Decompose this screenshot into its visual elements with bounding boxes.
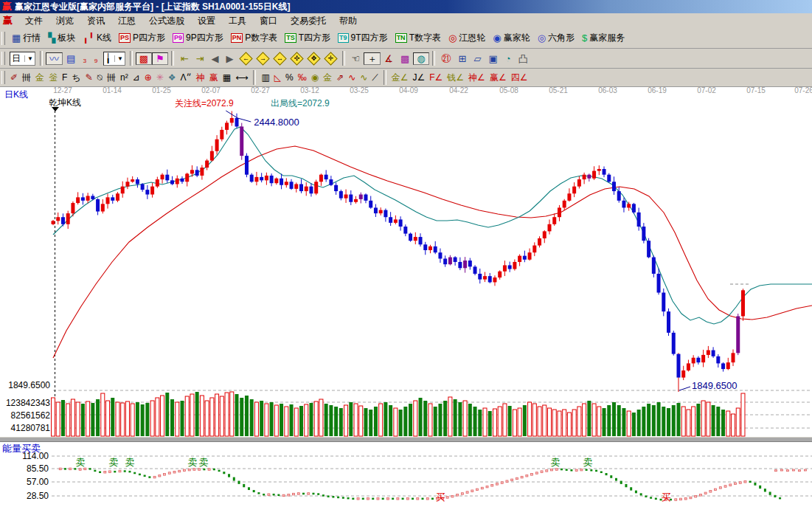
menu-item-4[interactable]: 江恩 bbox=[111, 14, 142, 27]
shen-angle-icon[interactable]: 神∠ bbox=[467, 72, 487, 83]
multi-window-button[interactable]: ▩ bbox=[136, 52, 152, 65]
candle-style-combo[interactable]: ╽▼ bbox=[103, 52, 125, 66]
menu-item-2[interactable]: 浏览 bbox=[49, 14, 80, 27]
angle-measure-button[interactable]: ∡ bbox=[381, 52, 397, 65]
square-of-nine-icon[interactable]: n² bbox=[119, 72, 130, 83]
last-page-button[interactable]: ⇥ bbox=[192, 52, 208, 65]
menu-item-1[interactable]: 文件 bbox=[18, 14, 49, 27]
width-measure-icon[interactable]: ⟷ bbox=[234, 72, 249, 83]
first-page-button[interactable]: ⇤ bbox=[177, 52, 192, 65]
gold-wave-icon[interactable]: ∿ bbox=[358, 72, 369, 83]
gold-grid-icon[interactable]: 金 bbox=[34, 72, 46, 83]
crosshair-button[interactable]: ＋ bbox=[364, 52, 381, 65]
gold-circle-icon[interactable]: ◉ bbox=[310, 72, 320, 83]
expand-horizontal-diamond[interactable]: ↔ bbox=[273, 52, 286, 65]
grid-numbers-icon[interactable]: ▦ bbox=[221, 72, 232, 83]
sectors-button[interactable]: ▚板块 bbox=[44, 30, 79, 46]
hexagon-button[interactable]: ◎六角形 bbox=[534, 30, 578, 46]
target-circle-icon[interactable]: ⊕ bbox=[143, 72, 153, 83]
fibonacci-grid-icon[interactable]: F bbox=[60, 72, 69, 83]
flag-volume-button[interactable]: ⚑ bbox=[152, 52, 168, 65]
title-bar[interactable]: 赢 赢家江恩专业版[赢家内部服务平台] - [上证指数 SH1A0001-155… bbox=[0, 0, 812, 13]
prev-bar-button[interactable]: ◀ bbox=[208, 52, 223, 65]
f10-info-button[interactable]: ▤ bbox=[63, 52, 79, 65]
toolbar-grip[interactable] bbox=[1, 52, 5, 65]
calendar-button[interactable]: ㉑ bbox=[438, 52, 455, 65]
compress-all-diamond[interactable]: ✣ bbox=[290, 52, 303, 65]
menu-item-3[interactable]: 资讯 bbox=[80, 14, 111, 27]
gold-grid2-icon[interactable]: 釡 bbox=[47, 72, 59, 83]
ying-angle-icon[interactable]: 赢∠ bbox=[488, 72, 508, 83]
draw-pen2-icon[interactable]: ✎ bbox=[84, 72, 94, 83]
shen-grid-icon[interactable]: 神 bbox=[195, 72, 207, 83]
gann-clock-icon[interactable]: ⍉ bbox=[96, 72, 104, 83]
menu-item-6[interactable]: 设置 bbox=[191, 14, 222, 27]
calculator-button[interactable]: ⊞ bbox=[455, 52, 471, 65]
menu-item-9[interactable]: 交易委托 bbox=[284, 14, 333, 27]
trend-chart-button[interactable]: 〰 bbox=[46, 52, 63, 65]
world-time-button[interactable]: ◔ bbox=[502, 52, 515, 65]
toolbar-grip[interactable] bbox=[1, 71, 5, 84]
spiral-icon[interactable]: ち bbox=[70, 72, 82, 83]
main-toolbar: ▦行情▚板块╻╹K线PSP四方形P99P四方形PNP数字表TST四方形T99T四… bbox=[0, 28, 812, 49]
gann-wheel-icon: ◎ bbox=[448, 33, 457, 43]
p-number-button[interactable]: PNP数字表 bbox=[227, 30, 282, 46]
menu-item-8[interactable]: 窗口 bbox=[253, 14, 284, 27]
shrink-left-diamond[interactable]: ← bbox=[239, 52, 252, 65]
percent-retrace-icon[interactable]: ◺ bbox=[273, 72, 282, 83]
p-square-button[interactable]: PSP四方形 bbox=[115, 30, 169, 46]
indicator-bar-up bbox=[461, 493, 463, 495]
bars-panel-icon[interactable]: ▥ bbox=[260, 72, 271, 83]
zoom-reset-diamond[interactable]: ✛ bbox=[324, 52, 337, 65]
winner-wheel-button[interactable]: ◉赢家轮 bbox=[489, 30, 533, 46]
winner-service-button[interactable]: $赢家服务 bbox=[578, 30, 628, 46]
save-button[interactable]: ▣ bbox=[485, 52, 501, 65]
hand-tool-button[interactable]: ☜ bbox=[348, 52, 364, 65]
menu-item-7[interactable]: 工具 bbox=[222, 14, 253, 27]
chart9-button[interactable]: ₉ bbox=[91, 52, 102, 65]
ruler-grid-icon[interactable]: 卌 bbox=[105, 72, 117, 83]
period-combo[interactable]: 日▼ bbox=[10, 52, 35, 66]
j-angle-icon[interactable]: J∠ bbox=[411, 72, 426, 83]
draw-pen-icon[interactable]: ✐ bbox=[9, 72, 19, 83]
speed-line-icon[interactable]: ⇗ bbox=[335, 72, 345, 83]
trend-slash-icon[interactable]: ⟋ bbox=[370, 72, 379, 83]
cycle-wave-icon[interactable]: ∿ bbox=[347, 72, 357, 83]
ying-grid-icon[interactable]: 赢 bbox=[208, 72, 220, 83]
chart3-button[interactable]: ₃ bbox=[79, 52, 90, 65]
toolbar-grip[interactable] bbox=[1, 32, 5, 45]
chevron-down-icon[interactable]: ▼ bbox=[24, 55, 33, 62]
angle-a-icon[interactable]: ⊿ bbox=[131, 72, 142, 83]
gann-box-button[interactable]: ▩ bbox=[397, 52, 413, 65]
t9-square-button[interactable]: T99T四方形 bbox=[334, 30, 392, 46]
si-angle-icon[interactable]: 四∠ bbox=[510, 72, 530, 83]
grid-star-icon[interactable]: ❖ bbox=[167, 72, 178, 83]
qian-angle-icon[interactable]: 钱∠ bbox=[445, 72, 465, 83]
star-burst-icon[interactable]: ✳ bbox=[155, 72, 165, 83]
f-angle-icon[interactable]: F∠ bbox=[428, 72, 444, 83]
menu-item-10[interactable]: 帮助 bbox=[333, 14, 364, 27]
gold-line-icon[interactable]: 金 bbox=[322, 72, 333, 83]
t-square-button[interactable]: TST四方形 bbox=[281, 30, 334, 46]
smart-brain-button[interactable]: ◍ bbox=[413, 52, 428, 65]
kline-button[interactable]: ╻╹K线 bbox=[79, 30, 115, 46]
expand-all-diamond[interactable]: ✥ bbox=[307, 52, 320, 65]
percent-icon[interactable]: % bbox=[284, 72, 295, 83]
shrink-right-diamond[interactable]: → bbox=[256, 52, 269, 65]
percent-lines-icon[interactable]: ‰ bbox=[296, 72, 308, 83]
gann-wheel-button[interactable]: ◎江恩轮 bbox=[445, 30, 489, 46]
print-button[interactable]: 凸 bbox=[515, 52, 532, 65]
next-bar-button[interactable]: ▶ bbox=[223, 52, 237, 65]
menu-item-5[interactable]: 公式选股 bbox=[142, 14, 191, 27]
t-number-button[interactable]: TNT数字表 bbox=[392, 30, 445, 46]
notes-button[interactable]: ▱ bbox=[470, 52, 485, 65]
panel-splitter[interactable] bbox=[0, 437, 812, 442]
p9-square-button[interactable]: P99P四方形 bbox=[169, 30, 227, 46]
sectors-label: 板块 bbox=[58, 32, 75, 44]
gold-angle-icon[interactable]: 金∠ bbox=[390, 72, 410, 83]
indicator-bar-up bbox=[178, 470, 181, 472]
chevron-down-icon[interactable]: ▼ bbox=[114, 55, 123, 62]
quotes-button[interactable]: ▦行情 bbox=[8, 30, 44, 46]
price-grid-icon[interactable]: 卌 bbox=[21, 72, 32, 83]
wave-mark-icon[interactable]: Λ״ bbox=[179, 72, 193, 83]
